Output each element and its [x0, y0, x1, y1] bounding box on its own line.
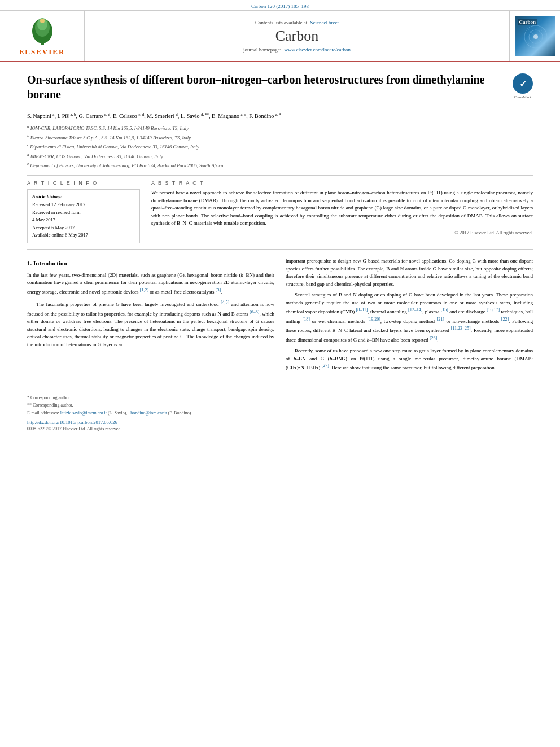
body-right-column: important prerequisite to design new G-b… [286, 257, 533, 375]
section-1-heading: 1. Introduction [27, 259, 274, 268]
elsevier-logo-area: ELSEVIER [0, 11, 85, 61]
single-star-note: * Corresponding author. [27, 395, 533, 402]
elsevier-tree-icon [25, 15, 59, 46]
right-para-2: Several strategies of B and N doping or … [286, 291, 533, 344]
journal-header: ELSEVIER Contents lists available at Sci… [0, 11, 560, 62]
crossmark-badge: ✓ CrossMark [513, 73, 533, 99]
journal-title-area: Contents lists available at ScienceDirec… [85, 11, 509, 61]
affiliation-d: d IMEM-CNR, UOS Genova, Via Dodecaneso 3… [27, 152, 533, 160]
ref-8-11[interactable]: [8–11] [356, 307, 368, 312]
cover-decoration [515, 16, 555, 56]
citation-text: Carbon 120 (2017) 185–193 [251, 3, 309, 9]
double-star-note: ** Corresponding author. [27, 402, 533, 409]
available-date: Available online 6 May 2017 [32, 231, 135, 239]
doi-link[interactable]: http://dx.doi.org/10.1016/j.carbon.2017.… [27, 420, 533, 425]
right-para-1: important prerequisite to design new G-b… [286, 257, 533, 288]
svg-point-5 [40, 19, 45, 23]
body-left-column: 1. Introduction In the last few years, t… [27, 257, 274, 375]
footer: * Corresponding author. ** Corresponding… [0, 386, 560, 435]
email-label: E-mail addresses: [27, 410, 59, 416]
affiliations: a IOM-CNR, LABORATORIO TASC, S.S. 14 Km … [27, 124, 533, 169]
affiliation-e: e Department of Physics, University of J… [27, 161, 533, 169]
journal-title: Carbon [275, 28, 319, 45]
elsevier-logo: ELSEVIER [19, 15, 65, 56]
ref-4-5[interactable]: [4,5] [221, 300, 229, 305]
ref-22[interactable]: [22] [501, 317, 509, 322]
intro-para-2: The fascinating properties of pristine G… [27, 299, 274, 348]
history-label: Article history: [32, 193, 135, 201]
journal-cover-image: Carbon [515, 16, 555, 56]
abstract-label: A B S T R A C T [151, 180, 533, 186]
footnote-area: * Corresponding author. ** Corresponding… [27, 392, 533, 431]
article-info-label: A R T I C L E I N F O [27, 180, 140, 186]
email-line: E-mail addresses: letizia.savio@imem.cnr… [27, 410, 533, 417]
ref-3[interactable]: [3] [216, 287, 221, 292]
abstract-column: A B S T R A C T We present here a novel … [151, 180, 533, 243]
issn-line: 0008-6223/© 2017 Elsevier Ltd. All right… [27, 426, 533, 431]
body-columns: 1. Introduction In the last few years, t… [27, 257, 533, 375]
ref-19-20[interactable]: [19,20] [368, 317, 380, 322]
homepage-url[interactable]: www.elsevier.com/locate/carbon [285, 47, 351, 53]
main-content: On-surface synthesis of different boron–… [0, 62, 560, 381]
sciencedirect-link[interactable]: ScienceDirect [310, 20, 339, 25]
crossmark-label: CrossMark [513, 95, 533, 99]
ref-16-17[interactable]: [16,17] [487, 307, 500, 312]
affiliation-a: a IOM-CNR, LABORATORIO TASC, S.S. 14 Km … [27, 124, 533, 132]
ref-12-14[interactable]: [12–14] [408, 307, 422, 312]
ref-21[interactable]: [21] [437, 317, 444, 322]
citation-bar: Carbon 120 (2017) 185–193 [0, 0, 560, 11]
info-abstract-columns: A R T I C L E I N F O Article history: R… [27, 180, 533, 243]
accepted-date: Accepted 6 May 2017 [32, 224, 135, 232]
page: Carbon 120 (2017) 185–193 ELSEVIE [0, 0, 560, 747]
elsevier-brand-text: ELSEVIER [19, 47, 65, 56]
crossmark-icon: ✓ [513, 73, 533, 94]
footer-notes: * Corresponding author. ** Corresponding… [27, 395, 533, 417]
ref-26[interactable]: [26] [430, 335, 437, 340]
authors-line: S. Nappini a, I. Píš a, b, G. Carraro c,… [27, 112, 533, 120]
sciencedirect-line: Contents lists available at ScienceDirec… [255, 20, 339, 25]
affiliation-b: b Elettra-Sincrotrone Trieste S.C.p.A., … [27, 133, 533, 142]
ref-18[interactable]: [18] [303, 317, 310, 322]
copyright-line: © 2017 Elsevier Ltd. All rights reserved… [151, 230, 533, 235]
intro-para-1: In the last few years, two-dimensional (… [27, 272, 274, 296]
revised-date: Received in revised form [32, 209, 135, 217]
ref-1-2[interactable]: [1,2] [140, 287, 148, 292]
ref-11-23-25[interactable]: [11,23–25] [451, 326, 471, 331]
received-date: Received 12 February 2017 [32, 201, 135, 209]
ref-15[interactable]: [15] [441, 307, 448, 312]
journal-homepage-line: journal homepage: www.elsevier.com/locat… [243, 47, 351, 53]
journal-cover-area: Carbon [509, 11, 560, 61]
article-title: On-surface synthesis of different boron–… [27, 72, 507, 102]
divider-2 [27, 249, 533, 250]
ref-27[interactable]: [27] [322, 363, 329, 368]
email-1-link[interactable]: letizia.savio@imem.cnr.it [60, 410, 107, 416]
ref-6-8[interactable]: [6–8] [250, 309, 259, 314]
article-info-box: Article history: Received 12 February 20… [27, 189, 140, 243]
right-para-3: Recently, some of us have proposed a new… [286, 347, 533, 372]
affiliation-c: c Dipartimento di Fisica, Università di … [27, 142, 533, 151]
revised-date-2: 4 May 2017 [32, 216, 135, 224]
abstract-text: We present here a novel approach to achi… [151, 189, 533, 228]
svg-point-10 [533, 34, 538, 39]
article-info-column: A R T I C L E I N F O Article history: R… [27, 180, 140, 243]
email-2-link[interactable]: bondino@iom.cnr.it [130, 410, 167, 416]
divider-1 [27, 175, 533, 176]
